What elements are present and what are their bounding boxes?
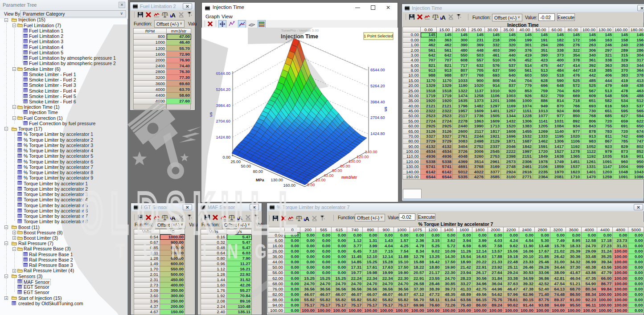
svg-text:130.00: 130.00 (271, 178, 283, 182)
svg-text:2704.60: 2704.60 (370, 115, 385, 120)
svg-text:80.00: 80.00 (253, 169, 263, 174)
svg-text:20.00: 20.00 (316, 178, 326, 182)
svg-text:1 Point Selected: 1 Point Selected (364, 34, 393, 38)
svg-text:2704.60: 2704.60 (216, 119, 230, 123)
svg-text:us: us (383, 106, 388, 111)
svg-text:5264.20: 5264.20 (370, 84, 385, 88)
svg-text:140.00: 140.00 (365, 150, 377, 154)
svg-text:120.00: 120.00 (357, 155, 369, 159)
svg-text:6544.00: 6544.00 (370, 68, 385, 72)
svg-text:100.00: 100.00 (349, 159, 361, 164)
svg-text:25.00: 25.00 (230, 160, 241, 164)
svg-text:40.00: 40.00 (324, 173, 334, 178)
svg-text:3984.40: 3984.40 (370, 100, 385, 104)
svg-text:80.00: 80.00 (340, 164, 350, 168)
svg-text:MPa: MPa (256, 178, 265, 182)
svg-text:50.00: 50.00 (241, 164, 251, 168)
svg-text:160.00: 160.00 (283, 183, 295, 188)
svg-text:6544.00: 6544.00 (216, 71, 230, 76)
svg-text:1424.80: 1424.80 (370, 131, 385, 136)
svg-text:us: us (209, 112, 213, 117)
svg-text:Injection Time: Injection Time (281, 33, 318, 40)
svg-text:0.00: 0.00 (222, 155, 230, 160)
svg-text:3984.40: 3984.40 (216, 103, 230, 108)
svg-text:mm3/str: mm3/str (341, 175, 357, 180)
svg-text:60.00: 60.00 (332, 168, 342, 173)
svg-text:1424.80: 1424.80 (216, 135, 230, 139)
svg-text:0.00: 0.00 (307, 183, 315, 187)
svg-text:5264.20: 5264.20 (216, 87, 230, 92)
svg-text:TunerPro - Version 5.00: TunerPro - Version 5.00 (281, 29, 319, 33)
